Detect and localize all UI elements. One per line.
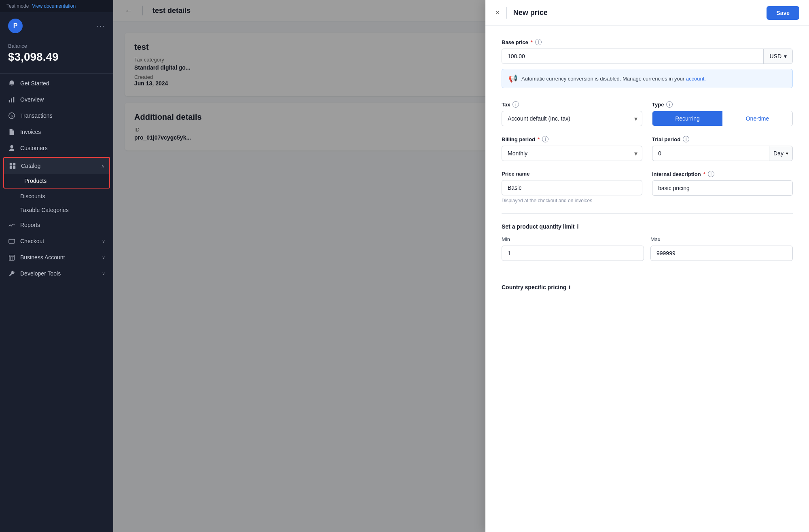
save-button[interactable]: Save: [767, 6, 799, 20]
account-link[interactable]: account.: [686, 76, 706, 82]
trial-unit-selector[interactable]: Day ▾: [769, 146, 793, 161]
svg-rect-6: [9, 240, 15, 244]
svg-rect-2: [10, 163, 12, 165]
main-content: ← test details test Tax category Standar…: [113, 0, 809, 532]
svg-text:$: $: [11, 114, 13, 118]
currency-label: USD: [769, 53, 781, 59]
trial-unit-chevron-icon: ▾: [786, 151, 788, 156]
sidebar: Test mode View documentation P ··· Balan…: [0, 0, 113, 532]
drawer-title: New price: [513, 8, 767, 17]
type-column: Type i Recurring One-time: [652, 101, 793, 126]
catalog-chevron-icon: ∧: [101, 163, 104, 169]
sidebar-item-taxable-categories[interactable]: Taxable Categories: [0, 203, 113, 217]
sidebar-item-products[interactable]: Products: [4, 174, 109, 188]
internal-desc-label: Internal description * i: [652, 171, 793, 177]
tax-info-icon[interactable]: i: [513, 101, 519, 108]
tools-icon: [8, 270, 15, 277]
base-price-label: Base price * i: [502, 39, 793, 45]
drawer-body: Base price * i USD ▾ 📢 Automatic currenc…: [485, 26, 809, 532]
qty-limit-info-icon[interactable]: i: [577, 223, 578, 230]
currency-selector[interactable]: USD ▾: [763, 49, 792, 64]
qty-max-input[interactable]: [650, 246, 793, 261]
billing-period-label: Billing period * i: [502, 136, 642, 142]
sidebar-item-discounts[interactable]: Discounts: [0, 189, 113, 203]
billing-trial-row: Billing period * i Monthly ▾ Trial perio…: [502, 136, 793, 161]
divider-2: [502, 274, 793, 274]
grid-icon: [9, 162, 16, 170]
balance-label: Balance: [8, 43, 105, 49]
internal-desc-input[interactable]: [652, 180, 793, 196]
catalog-section-highlight: Catalog ∧ Products: [3, 157, 110, 189]
view-docs-link[interactable]: View documentation: [32, 3, 76, 9]
type-info-icon[interactable]: i: [666, 101, 673, 108]
notice-text: Automatic currency conversion is disable…: [521, 76, 706, 82]
sidebar-item-developer-tools[interactable]: Developer Tools ∨: [0, 265, 113, 282]
sidebar-item-checkout[interactable]: Checkout ∨: [0, 233, 113, 249]
building-icon: [8, 254, 15, 261]
sidebar-item-label: Invoices: [20, 129, 105, 135]
new-price-drawer: × New price Save Base price * i USD ▾: [485, 0, 809, 532]
base-price-input-group: USD ▾: [502, 49, 793, 64]
trial-period-info-icon[interactable]: i: [683, 136, 689, 142]
onetime-button[interactable]: One-time: [722, 111, 792, 126]
sidebar-item-label: Customers: [20, 145, 105, 151]
price-name-input[interactable]: [502, 180, 642, 195]
sidebar-item-label: Overview: [20, 96, 105, 103]
country-pricing-info-icon[interactable]: i: [569, 284, 570, 290]
sidebar-item-get-started[interactable]: Get Started: [0, 75, 113, 91]
recurring-button[interactable]: Recurring: [652, 111, 722, 126]
price-name-label: Price name: [502, 171, 642, 177]
sidebar-item-business-account[interactable]: Business Account ∨: [0, 249, 113, 265]
balance-amount: $3,098.49: [8, 51, 105, 64]
qty-min-label: Min: [502, 236, 644, 242]
top-bar: Test mode View documentation: [0, 0, 113, 12]
name-desc-row: Price name Displayed at the checkout and…: [502, 171, 793, 203]
bell-icon: [8, 80, 15, 87]
base-price-info-icon[interactable]: i: [535, 39, 542, 45]
sidebar-item-catalog[interactable]: Catalog ∧: [4, 158, 109, 174]
qty-min-input[interactable]: [502, 246, 644, 261]
close-icon: ×: [495, 8, 500, 17]
base-price-section: Base price * i USD ▾ 📢 Automatic currenc…: [502, 39, 793, 88]
sidebar-item-invoices[interactable]: Invoices: [0, 124, 113, 140]
logo-icon[interactable]: P: [8, 19, 23, 33]
checkout-label: Checkout: [20, 238, 97, 244]
developer-tools-label: Developer Tools: [20, 270, 97, 277]
checkout-chevron-icon: ∨: [102, 239, 105, 244]
svg-rect-4: [10, 166, 12, 169]
sidebar-item-reports[interactable]: Reports: [0, 217, 113, 233]
base-price-input[interactable]: [502, 49, 763, 64]
divider: [502, 213, 793, 214]
sidebar-item-customers[interactable]: Customers: [0, 140, 113, 156]
required-marker: *: [538, 136, 540, 142]
internal-desc-info-icon[interactable]: i: [708, 171, 714, 177]
billing-period-select[interactable]: Monthly: [502, 146, 642, 161]
billing-period-column: Billing period * i Monthly ▾: [502, 136, 642, 161]
tax-select-wrapper: Account default (Inc. tax) ▾: [502, 111, 642, 126]
trial-period-column: Trial period i Day ▾: [652, 136, 793, 161]
sidebar-divider: [0, 73, 113, 74]
drawer-close-button[interactable]: ×: [495, 8, 500, 17]
circle-dollar-icon: $: [8, 112, 15, 119]
tax-label: Tax i: [502, 101, 642, 108]
type-label: Type i: [652, 101, 793, 108]
billing-period-info-icon[interactable]: i: [542, 136, 549, 142]
trial-number-input[interactable]: [652, 146, 769, 161]
currency-notice: 📢 Automatic currency conversion is disab…: [502, 69, 793, 88]
tax-select[interactable]: Account default (Inc. tax): [502, 111, 642, 126]
more-options-icon[interactable]: ···: [97, 22, 105, 30]
trial-unit-label: Day: [773, 150, 784, 157]
catalog-label: Catalog: [21, 163, 96, 169]
required-marker: *: [703, 171, 705, 177]
sidebar-item-overview[interactable]: Overview: [0, 91, 113, 108]
required-marker: *: [531, 39, 533, 45]
qty-min-column: Min: [502, 236, 644, 261]
internal-desc-column: Internal description * i: [652, 171, 793, 203]
tax-type-row: Tax i Account default (Inc. tax) ▾ Type …: [502, 101, 793, 126]
user-icon: [8, 144, 15, 152]
speaker-icon: 📢: [508, 74, 517, 83]
qty-limit-label: Set a product quantity limit i: [502, 223, 793, 230]
sidebar-item-transactions[interactable]: $ Transactions: [0, 108, 113, 124]
logo-row: P ···: [0, 12, 113, 40]
discounts-label: Discounts: [20, 193, 45, 199]
